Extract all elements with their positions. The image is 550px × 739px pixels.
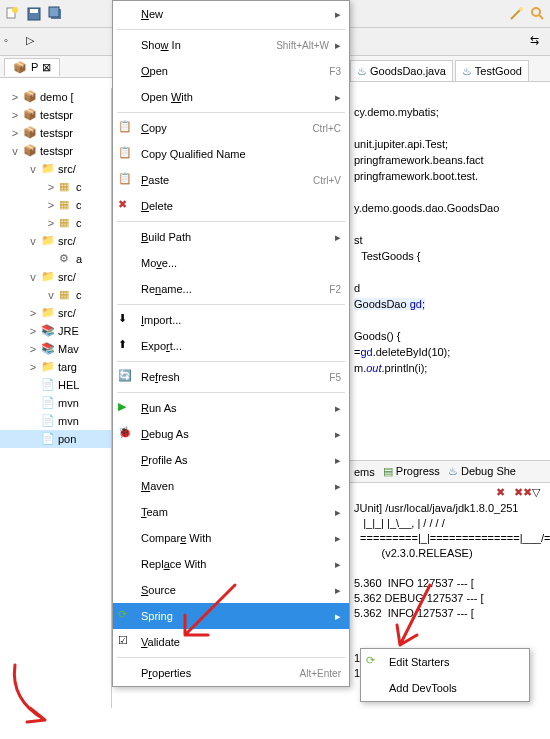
tree-item[interactable]: >📦testspr — [0, 124, 111, 142]
menu-item-profile-as[interactable]: Profile As▸ — [113, 447, 349, 473]
debug-shell-tab[interactable]: ♨ Debug She — [448, 465, 516, 478]
menu-item-move[interactable]: Move... — [113, 250, 349, 276]
menu-item-refresh[interactable]: 🔄RefreshF5 — [113, 364, 349, 390]
bottom-toolbar: ✖ ✖✖ ▽ — [496, 486, 546, 500]
tree-label: src/ — [58, 163, 76, 175]
menu-item-replace-with[interactable]: Replace With▸ — [113, 551, 349, 577]
expander-icon[interactable]: > — [46, 217, 56, 229]
menu-item-validate[interactable]: ☑Validate — [113, 629, 349, 655]
tree-item[interactable]: v📁src/ — [0, 232, 111, 250]
tree-item[interactable]: v📦testspr — [0, 142, 111, 160]
package-icon: ▦ — [59, 198, 73, 212]
package-explorer-tab[interactable]: 📦 P ⊠ — [4, 58, 60, 76]
menu-item-compare-with[interactable]: Compare With▸ — [113, 525, 349, 551]
tree-label: Mav — [58, 343, 79, 355]
tree-item[interactable]: >▦c — [0, 214, 111, 232]
menu-item-delete[interactable]: ✖Delete — [113, 193, 349, 219]
save-icon[interactable] — [26, 6, 42, 22]
tree-item[interactable]: >▦c — [0, 178, 111, 196]
tree-item[interactable]: v📁src/ — [0, 268, 111, 286]
submenu-item-add-devtools[interactable]: Add DevTools — [361, 675, 529, 701]
menu-item-properties[interactable]: PropertiesAlt+Enter — [113, 660, 349, 686]
menu-separator — [117, 29, 345, 30]
search-icon[interactable] — [530, 6, 546, 22]
tree-item[interactable]: >📁targ — [0, 358, 111, 376]
skip-icon[interactable]: ◦ — [4, 34, 20, 50]
tree-item[interactable]: >📦demo [ — [0, 88, 111, 106]
expander-icon[interactable]: v — [28, 235, 38, 247]
expander-icon[interactable]: v — [28, 271, 38, 283]
menu-item-show-in[interactable]: Show InShift+Alt+W▸ — [113, 32, 349, 58]
expander-icon[interactable]: > — [28, 361, 38, 373]
tree-item[interactable]: >📚JRE — [0, 322, 111, 340]
run-tool-icon[interactable]: ▷ — [26, 34, 42, 50]
tree-item[interactable]: 📄HEL — [0, 376, 111, 394]
tree-item[interactable]: v📁src/ — [0, 160, 111, 178]
tree-label: c — [76, 289, 82, 301]
menu-item-export[interactable]: ⬆Export... — [113, 333, 349, 359]
java-icon: ♨ — [357, 65, 367, 78]
menu-item-debug-as[interactable]: 🐞Debug As▸ — [113, 421, 349, 447]
wand-icon[interactable] — [508, 6, 524, 22]
editor-tab[interactable]: ♨TestGood — [455, 60, 529, 81]
svg-rect-3 — [30, 9, 38, 13]
menu-item-source[interactable]: Source▸ — [113, 577, 349, 603]
menu-item-rename[interactable]: Rename...F2 — [113, 276, 349, 302]
link-icon[interactable]: ⇆ — [530, 34, 546, 50]
new-icon[interactable] — [4, 6, 20, 22]
expander-icon[interactable]: v — [46, 289, 56, 301]
menu-item-import[interactable]: ⬇Import... — [113, 307, 349, 333]
expander-icon[interactable]: > — [28, 307, 38, 319]
progress-tab[interactable]: ▤ Progress — [383, 465, 440, 478]
code-editor[interactable]: cy.demo.mybatis; unit.jupiter.api.Test; … — [350, 84, 550, 484]
menu-item-run-as[interactable]: ▶Run As▸ — [113, 395, 349, 421]
expander-icon[interactable]: > — [46, 181, 56, 193]
expander-icon[interactable]: > — [10, 109, 20, 121]
tree-item[interactable]: 📄pon — [0, 430, 111, 448]
expander-icon[interactable]: > — [10, 127, 20, 139]
menu-item-team[interactable]: Team▸ — [113, 499, 349, 525]
remove-all-icon[interactable]: ✖✖ — [514, 486, 528, 500]
folder-icon: 📁 — [41, 360, 55, 374]
tree-item[interactable]: >📦testspr — [0, 106, 111, 124]
menu-label: Export... — [141, 340, 341, 352]
menu-item-copy-qualified-name[interactable]: 📋Copy Qualified Name — [113, 141, 349, 167]
expander-icon[interactable]: > — [28, 325, 38, 337]
paste-icon: 📋 — [118, 172, 134, 188]
menu-item-spring[interactable]: ⟳Spring▸ — [113, 603, 349, 629]
srcfolder-icon: 📁 — [41, 306, 55, 320]
menu-label: Open With — [141, 91, 329, 103]
code-text: ; — [422, 298, 425, 310]
code-line: unit.jupiter.api.Test; — [354, 138, 448, 150]
menu-item-build-path[interactable]: Build Path▸ — [113, 224, 349, 250]
expander-icon[interactable]: v — [10, 145, 20, 157]
expander-icon[interactable]: v — [28, 163, 38, 175]
menu-item-open-with[interactable]: Open With▸ — [113, 84, 349, 110]
editor-tab[interactable]: ♨GoodsDao.java — [350, 60, 453, 81]
menu-item-copy[interactable]: 📋CopyCtrl+C — [113, 115, 349, 141]
tree-item[interactable]: >▦c — [0, 196, 111, 214]
expander-icon[interactable]: > — [46, 199, 56, 211]
menu-item-open[interactable]: OpenF3 — [113, 58, 349, 84]
menu-item-paste[interactable]: 📋PasteCtrl+V — [113, 167, 349, 193]
expander-icon[interactable]: > — [10, 91, 20, 103]
menu-item-maven[interactable]: Maven▸ — [113, 473, 349, 499]
menu-icon[interactable]: ▽ — [532, 486, 546, 500]
tree-item[interactable]: >📁src/ — [0, 304, 111, 322]
tree-item[interactable]: 📄mvn — [0, 394, 111, 412]
save-all-icon[interactable] — [48, 6, 64, 22]
menu-label: Maven — [141, 480, 329, 492]
tree-item[interactable]: 📄mvn — [0, 412, 111, 430]
close-icon[interactable]: ⊠ — [42, 61, 51, 74]
tree-item[interactable]: ⚙a — [0, 250, 111, 268]
tree-item[interactable]: >📚Mav — [0, 340, 111, 358]
menu-separator — [117, 304, 345, 305]
menu-item-new[interactable]: New▸ — [113, 1, 349, 27]
menu-label: Paste — [141, 174, 313, 186]
expander-icon[interactable]: > — [28, 343, 38, 355]
submenu-item-edit-starters[interactable]: ⟳Edit Starters — [361, 649, 529, 675]
tree-item[interactable]: v▦c — [0, 286, 111, 304]
problems-tab[interactable]: ems — [354, 466, 375, 478]
svg-point-1 — [12, 7, 18, 13]
remove-icon[interactable]: ✖ — [496, 486, 510, 500]
